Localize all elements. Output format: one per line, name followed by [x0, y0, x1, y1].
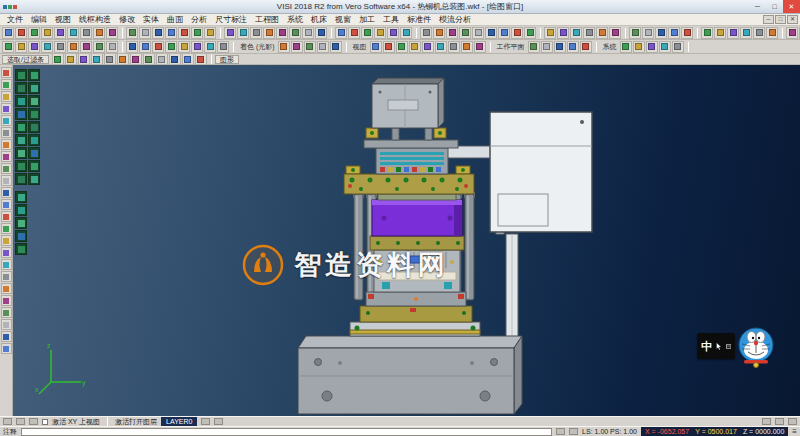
- layer-icon-1[interactable]: [201, 418, 210, 425]
- menu-item-模流分析[interactable]: 模流分析: [435, 14, 475, 25]
- toolbar-icon[interactable]: [28, 108, 40, 120]
- status-icon-4[interactable]: [762, 418, 771, 425]
- toolbar-icon[interactable]: [583, 27, 595, 39]
- toolbar-icon[interactable]: [727, 27, 739, 39]
- toolbar-icon[interactable]: [1, 295, 12, 306]
- toolbar-icon[interactable]: [315, 27, 327, 39]
- toolbar-icon[interactable]: [1, 247, 12, 258]
- toolbar-icon[interactable]: [2, 27, 14, 39]
- toolbar-icon[interactable]: [139, 27, 151, 39]
- toolbar-icon[interactable]: [1, 187, 12, 198]
- layer-name-chip[interactable]: LAYER0: [161, 417, 197, 426]
- status-icon-2[interactable]: [16, 418, 25, 425]
- toolbar-icon[interactable]: [126, 41, 138, 53]
- toolbar-icon[interactable]: [250, 27, 262, 39]
- toolbar-icon[interactable]: [54, 27, 66, 39]
- menu-item-尺寸标注[interactable]: 尺寸标注: [211, 14, 251, 25]
- toolbar-icon[interactable]: [668, 27, 680, 39]
- toolbar-icon[interactable]: [1, 199, 12, 210]
- toolbar-icon[interactable]: [15, 41, 27, 53]
- toolbar-icon[interactable]: [191, 41, 203, 53]
- toolbar-icon[interactable]: [152, 27, 164, 39]
- toolbar-icon[interactable]: [1, 283, 12, 294]
- lower-die-plates[interactable]: [350, 292, 480, 336]
- toolbar-icon[interactable]: [459, 27, 471, 39]
- toolbar-icon[interactable]: [330, 41, 342, 53]
- toolbar-icon[interactable]: [263, 27, 275, 39]
- toolbar-icon[interactable]: [655, 27, 667, 39]
- filter-bar-tab[interactable]: 选取/过滤条: [2, 55, 49, 64]
- toolbar-icon[interactable]: [195, 54, 207, 65]
- toolbar-icon[interactable]: [28, 41, 40, 53]
- toolbar-icon[interactable]: [304, 41, 316, 53]
- menu-item-工程图[interactable]: 工程图: [251, 14, 283, 25]
- toolbar-icon[interactable]: [461, 41, 473, 53]
- toolbar-icon[interactable]: [237, 27, 249, 39]
- menu-item-文件[interactable]: 文件: [3, 14, 27, 25]
- heater-block[interactable]: [364, 140, 458, 174]
- view-toggle-checkbox[interactable]: [42, 419, 48, 425]
- toolbar-icon[interactable]: [28, 95, 40, 107]
- toolbar-icon[interactable]: [93, 27, 105, 39]
- menu-item-实体[interactable]: 实体: [139, 14, 163, 25]
- base-block[interactable]: [298, 336, 522, 414]
- toolbar-icon[interactable]: [41, 27, 53, 39]
- toolbar-icon[interactable]: [544, 27, 556, 39]
- sensor-panel[interactable]: [490, 112, 592, 232]
- menu-item-机床[interactable]: 机床: [307, 14, 331, 25]
- toolbar-icon[interactable]: [498, 27, 510, 39]
- toolbar-icon[interactable]: [701, 27, 713, 39]
- toolbar-icon[interactable]: [289, 27, 301, 39]
- toolbar-icon[interactable]: [435, 41, 447, 53]
- toolbar-icon[interactable]: [629, 27, 641, 39]
- toolbar-icon[interactable]: [217, 41, 229, 53]
- toolbar-icon[interactable]: [422, 41, 434, 53]
- toolbar-icon[interactable]: [620, 41, 632, 53]
- toolbar-icon[interactable]: [753, 27, 765, 39]
- toolbar-icon[interactable]: [291, 41, 303, 53]
- graphics-tab[interactable]: 图形: [215, 55, 239, 64]
- toolbar-icon[interactable]: [1, 259, 12, 270]
- menu-item-线框构造[interactable]: 线框构造: [75, 14, 115, 25]
- toolbar-icon[interactable]: [348, 27, 360, 39]
- ime-language-badge[interactable]: 中: [697, 333, 735, 359]
- toolbar-icon[interactable]: [139, 41, 151, 53]
- viewport-3d[interactable]: 智造资料网 z y x 中: [13, 65, 800, 416]
- toolbar-icon[interactable]: [106, 27, 118, 39]
- toolbar-icon[interactable]: [1, 163, 12, 174]
- toolbar-icon[interactable]: [152, 41, 164, 53]
- mold-insert-stack[interactable]: [370, 236, 464, 292]
- menu-item-曲面[interactable]: 曲面: [163, 14, 187, 25]
- toolbar-icon[interactable]: [28, 134, 40, 146]
- toolbar-icon[interactable]: [104, 54, 116, 65]
- toolbar-icon[interactable]: [448, 41, 460, 53]
- toolbar-icon[interactable]: [642, 27, 654, 39]
- toolbar-icon[interactable]: [374, 27, 386, 39]
- menu-item-视图[interactable]: 视图: [51, 14, 75, 25]
- toolbar-icon[interactable]: [567, 41, 579, 53]
- toolbar-icon[interactable]: [130, 54, 142, 65]
- toolbar-icon[interactable]: [1, 79, 12, 90]
- menu-item-编辑[interactable]: 编辑: [27, 14, 51, 25]
- toolbar-icon[interactable]: [596, 27, 608, 39]
- purple-block[interactable]: [372, 194, 462, 236]
- toolbar-icon[interactable]: [15, 217, 27, 229]
- toolbar-icon[interactable]: [1, 211, 12, 222]
- toolbar-icon[interactable]: [400, 27, 412, 39]
- toolbar-icon[interactable]: [420, 27, 432, 39]
- note-input[interactable]: [21, 428, 552, 436]
- toolbar-icon[interactable]: [178, 41, 190, 53]
- toolbar-icon[interactable]: [1, 319, 12, 330]
- toolbar-icon[interactable]: [15, 82, 27, 94]
- toolbar-icon[interactable]: [646, 41, 658, 53]
- menu-item-加工[interactable]: 加工: [355, 14, 379, 25]
- layer-icon-2[interactable]: [214, 418, 223, 425]
- mdi-restore-button[interactable]: □: [775, 15, 786, 24]
- toolbar-icon[interactable]: [41, 41, 53, 53]
- toolbar-icon[interactable]: [54, 41, 66, 53]
- status2-icon-1[interactable]: [556, 428, 565, 435]
- toolbar-icon[interactable]: [1, 343, 12, 354]
- toolbar-icon[interactable]: [28, 69, 40, 81]
- toolbar-icon[interactable]: [1, 331, 12, 342]
- toolbar-icon[interactable]: [1, 139, 12, 150]
